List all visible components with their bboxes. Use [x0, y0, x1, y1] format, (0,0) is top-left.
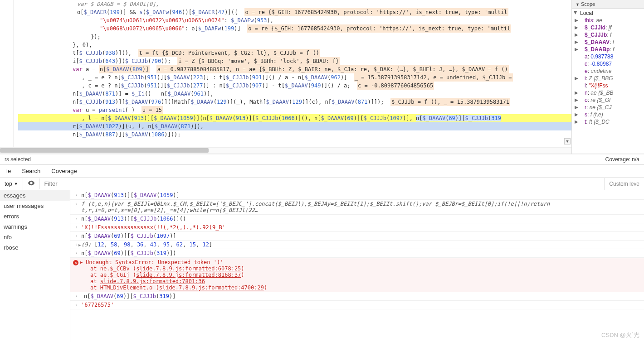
scope-var[interactable]: ▶o: re {$_GI: [574, 96, 642, 104]
code: var u = parseInt(_) u = 15: [73, 107, 163, 113]
console-output-fn[interactable]: f (t,e,n){var $_BEIJl=QBLnx.$_CM,$_BEIIt…: [70, 200, 644, 215]
code: "\u0068\u0072\u0065\u0066": o[$_DAAFw(19…: [100, 25, 511, 32]
filter-input[interactable]: [40, 178, 605, 190]
log-levels[interactable]: Custom leve: [604, 178, 644, 190]
console-input[interactable]: n[$_DAAAV(69)][$_CJJJb(319)]): [70, 249, 644, 258]
stack-frame: at slide.7.8.9.js:formatted:7801:36: [81, 278, 641, 284]
console-toolbar: top ▼ Custom leve: [0, 178, 644, 190]
scope-header[interactable]: ▼ Scope: [572, 0, 644, 9]
scope-var[interactable]: ▶i: Z {$_BBG: [574, 75, 642, 82]
scope-var[interactable]: ▶$_DAABp: f: [574, 46, 642, 53]
debugger-top: var $_DAAGB = $_DAADi[0], o[$_DAAER(199)…: [0, 0, 644, 154]
scope-var[interactable]: a: 0.987788: [574, 53, 642, 60]
sidebar-warnings[interactable]: warnings: [0, 222, 70, 232]
code: });: [91, 34, 101, 40]
code: o[$_DAAER(199)] && s($_DAAFw(946))[$_DAA…: [77, 9, 508, 15]
scope-var[interactable]: c: -0.80987: [574, 60, 642, 67]
scope-var[interactable]: ▶$_CJJId: [f: [574, 24, 642, 31]
code: , c = e ? n[$_CJJJb(951)][$_CJJJb(277)] …: [82, 82, 434, 89]
source-link[interactable]: slide.7.8.9.js:formatted:6078:25: [136, 265, 241, 272]
scope-local[interactable]: ▶Local: [574, 10, 642, 17]
status-bar: rs selected Coverage: n/a: [0, 154, 644, 165]
watermark: CSDN @火`光: [601, 331, 639, 339]
console-output-array[interactable]: ▶(9) [12, 58, 98, 36, 43, 95, 62, 15, 12…: [70, 241, 644, 249]
status-left: rs selected: [5, 156, 31, 163]
code: n[$_CJJJb(913)][$_DAAAV(976)]([Math[$_DA…: [73, 99, 510, 105]
code: var a = n[$_DAAAV(809)] a = 0.9877885084…: [73, 66, 509, 72]
sidebar-errors[interactable]: errors: [0, 211, 70, 222]
tab-coverage[interactable]: Coverage: [51, 168, 77, 174]
execution-line-highlight: , l = n[$_DAAAV(913)][$_DAAAV(1059)](n[$…: [18, 114, 571, 122]
scope-var[interactable]: ▶$_DAAAV: f: [574, 39, 642, 46]
code: var $_DAAGB = $_DAADi[0],: [77, 1, 159, 7]
expand-icon[interactable]: ▶: [80, 260, 83, 265]
code: , _ = e ? n[$_CJJJb(951)][$_DAAAV(223)] …: [82, 74, 513, 81]
source-link[interactable]: slide.7.8.9.js:formatted:7801:36: [100, 278, 205, 284]
tab-search[interactable]: Search: [22, 168, 40, 174]
console-error[interactable]: ✕ ▶ Uncaught SyntaxError: Unexpected tok…: [70, 258, 644, 292]
console-main: essages user messages errors warnings nf…: [0, 190, 644, 342]
console-input[interactable]: n[$_DAAAV(913)][$_CJJJb(1066)](): [70, 215, 644, 223]
code: }, 0),: [73, 42, 92, 48]
console-input[interactable]: n[$_DAAAV(69)][$_CJJJb(1097)]: [70, 232, 644, 241]
coverage-status: Coverage: n/a: [605, 156, 639, 163]
drawer-tabs: le Search Coverage: [0, 165, 644, 178]
source-link[interactable]: slide.7.8.9.js:formatted:8168:37: [136, 272, 241, 278]
context-selector[interactable]: top ▼: [0, 178, 23, 190]
console-sidebar: essages user messages errors warnings nf…: [0, 190, 70, 342]
stack-frame: at ne.$_CCBv (slide.7.8.9.js:formatted:6…: [81, 265, 641, 272]
scope-pane: ▼ Scope ▶Local ▶this: ae▶$_CJJId: [f▶$_C…: [571, 0, 644, 154]
hscroll-thumb[interactable]: [0, 148, 209, 153]
error-icon: ✕: [73, 260, 78, 265]
selection-line: r[$_DAAAV(1027)](u, l, n[$_DAAAV(871)]),: [18, 122, 571, 130]
code: "\u0074\u0061\u0072\u0067\u0065\u0074": …: [100, 17, 273, 24]
code-scroll[interactable]: var $_DAAGB = $_DAADi[0], o[$_DAAER(199)…: [0, 0, 571, 147]
horizontal-scrollbar[interactable]: [0, 147, 571, 154]
scope-var[interactable]: e: undefine: [574, 67, 642, 75]
tab-console[interactable]: le: [6, 168, 11, 174]
stack-frame: at ae.$_CGIj (slide.7.8.9.js:formatted:8…: [81, 272, 641, 278]
eye-icon: [28, 180, 35, 186]
console-input[interactable]: n[$_DAAAV(69)][$_CJJJb(319)]: [70, 292, 644, 301]
code: n[$_DAAAV(887)][$_DAAAV(1086)]();: [73, 131, 181, 138]
console-output-string[interactable]: '67726575': [70, 301, 644, 309]
console-input[interactable]: n[$_DAAAV(913)][$_DAAAV(1059)]: [70, 191, 644, 200]
stack-frame: at HTMLDivElement.o (slide.7.8.9.js:form…: [81, 284, 641, 291]
expand-icon[interactable]: ▶: [78, 243, 81, 247]
console-output-string[interactable]: 'X(!!Fsssssssssssssssx(!!(,*2(,).,*).92(…: [70, 223, 644, 232]
sidebar-info[interactable]: nfo: [0, 232, 70, 242]
scope-var[interactable]: ▶$_CJJJb: f: [574, 31, 642, 39]
source-link[interactable]: slide.7.8.9.js:formatted:4700:29: [159, 284, 264, 291]
source-code-pane: var $_DAAGB = $_DAADi[0], o[$_DAAER(199)…: [0, 0, 571, 154]
console-output[interactable]: n[$_DAAAV(913)][$_DAAAV(1059)] f (t,e,n)…: [70, 190, 644, 342]
scope-var[interactable]: ▶n: ae {$_BB: [574, 89, 642, 96]
scope-var[interactable]: ▶this: ae: [574, 17, 642, 24]
error-title: Uncaught SyntaxError: Unexpected token '…: [81, 259, 223, 265]
sidebar-messages[interactable]: essages: [0, 190, 70, 201]
code: n[$_DAAAV(871)] = $_Ii() - n[$_DAAAV(961…: [73, 91, 214, 97]
sidebar-user-messages[interactable]: user messages: [0, 201, 70, 211]
code: i[$_CJJJb(643)]($_CJJJb(790)); i = Z {$_…: [73, 58, 340, 64]
sidebar-verbose[interactable]: rbose: [0, 242, 70, 253]
scope-var[interactable]: ▶t: ft {$_DC: [574, 118, 642, 125]
scroll-down-button[interactable]: ▼: [564, 138, 571, 145]
scope-var[interactable]: ▶s: f (t,e): [574, 111, 642, 118]
scope-var[interactable]: l: "X(!!Fss: [574, 82, 642, 89]
code: t[$_CJJJb(938)](), t = ft {$_DCD: Pointe…: [73, 50, 320, 56]
live-expression-button[interactable]: [23, 178, 40, 189]
scope-var[interactable]: ▶r: ne {$_CJ: [574, 104, 642, 111]
